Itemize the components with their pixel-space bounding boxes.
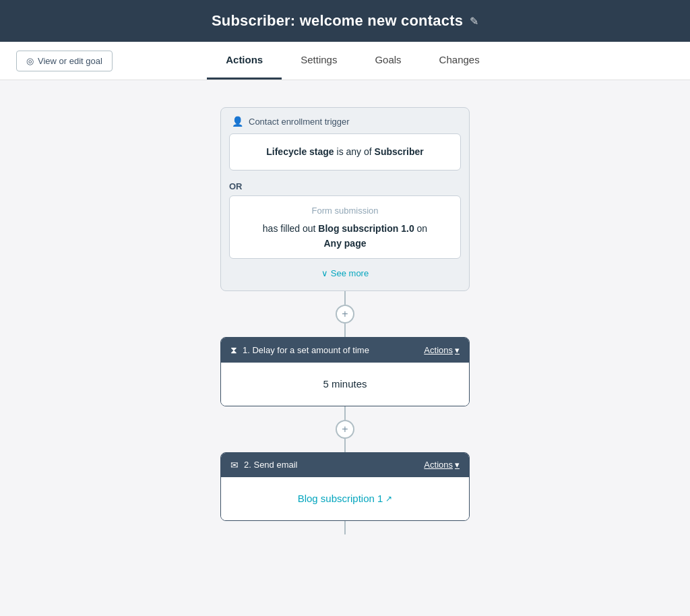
chevron-down-icon: ▾ — [455, 460, 460, 470]
chevron-down-icon: ∨ — [321, 268, 328, 278]
form-submission-text: has filled out Blog subscription 1.0 onA… — [241, 221, 449, 251]
connector-line-2 — [344, 324, 346, 337]
send-email-action-card: ✉ 2. Send email Actions ▾ Blog subscript… — [220, 452, 470, 521]
goal-icon: ◎ — [26, 56, 34, 66]
contact-icon: 👤 — [232, 116, 243, 127]
lifecycle-condition-box[interactable]: Lifecycle stage is any of Subscriber — [229, 133, 461, 171]
add-action-button-1[interactable]: + — [336, 305, 354, 324]
or-label: OR — [221, 177, 469, 195]
add-action-button-2[interactable]: + — [336, 420, 354, 439]
external-link-icon: ↗ — [385, 494, 392, 503]
delay-actions-button[interactable]: Actions ▾ — [424, 345, 460, 355]
delay-action-card: ⧗ 1. Delay for a set amount of time Acti… — [220, 337, 470, 406]
connector-line-4 — [344, 439, 346, 452]
trigger-header: 👤 Contact enrollment trigger — [221, 108, 469, 133]
tab-goals[interactable]: Goals — [356, 42, 420, 80]
goal-button-label: View or edit goal — [38, 56, 102, 66]
connector-line — [344, 291, 346, 305]
connector-2: + — [336, 406, 354, 452]
delay-header-left: ⧗ 1. Delay for a set amount of time — [230, 344, 369, 356]
nav-tabs: Actions Settings Goals Changes — [207, 42, 498, 80]
delay-action-number-title: 1. Delay for a set amount of time — [243, 345, 369, 355]
hourglass-icon: ⧗ — [230, 344, 237, 356]
connector-line-3 — [344, 406, 346, 420]
delay-action-header: ⧗ 1. Delay for a set amount of time Acti… — [221, 338, 469, 363]
tab-actions[interactable]: Actions — [207, 42, 282, 80]
trigger-title: Contact enrollment trigger — [249, 117, 350, 127]
main-content: 👤 Contact enrollment trigger Lifecycle s… — [0, 80, 690, 561]
edit-icon[interactable]: ✎ — [470, 15, 478, 28]
top-header: Subscriber: welcome new contacts ✎ — [0, 0, 690, 42]
form-condition-box[interactable]: Form submission has filled out Blog subs… — [229, 195, 461, 259]
send-email-action-header: ✉ 2. Send email Actions ▾ — [221, 453, 469, 477]
delay-action-body: 5 minutes — [221, 363, 469, 406]
view-edit-goal-button[interactable]: ◎ View or edit goal — [16, 51, 113, 71]
send-email-number-title: 2. Send email — [244, 460, 298, 470]
page-title: Subscriber: welcome new contacts — [212, 12, 463, 30]
nav-bar: ◎ View or edit goal Actions Settings Goa… — [0, 42, 690, 80]
lifecycle-condition-text: Lifecycle stage is any of Subscriber — [266, 146, 423, 157]
email-header-left: ✉ 2. Send email — [230, 460, 298, 470]
tab-changes[interactable]: Changes — [420, 42, 499, 80]
email-link[interactable]: Blog subscription 1 ↗ — [298, 493, 393, 504]
send-email-actions-button[interactable]: Actions ▾ — [424, 460, 460, 470]
form-submission-title: Form submission — [241, 206, 449, 216]
chevron-down-icon: ▾ — [455, 345, 460, 355]
connector-1: + — [336, 291, 354, 337]
connector-3 — [344, 521, 346, 534]
send-email-action-body: Blog subscription 1 ↗ — [221, 477, 469, 520]
trigger-card: 👤 Contact enrollment trigger Lifecycle s… — [220, 107, 470, 291]
see-more-button[interactable]: ∨ See more — [221, 263, 469, 280]
email-icon: ✉ — [230, 460, 239, 470]
tab-settings[interactable]: Settings — [282, 42, 356, 80]
connector-line-5 — [344, 521, 346, 534]
